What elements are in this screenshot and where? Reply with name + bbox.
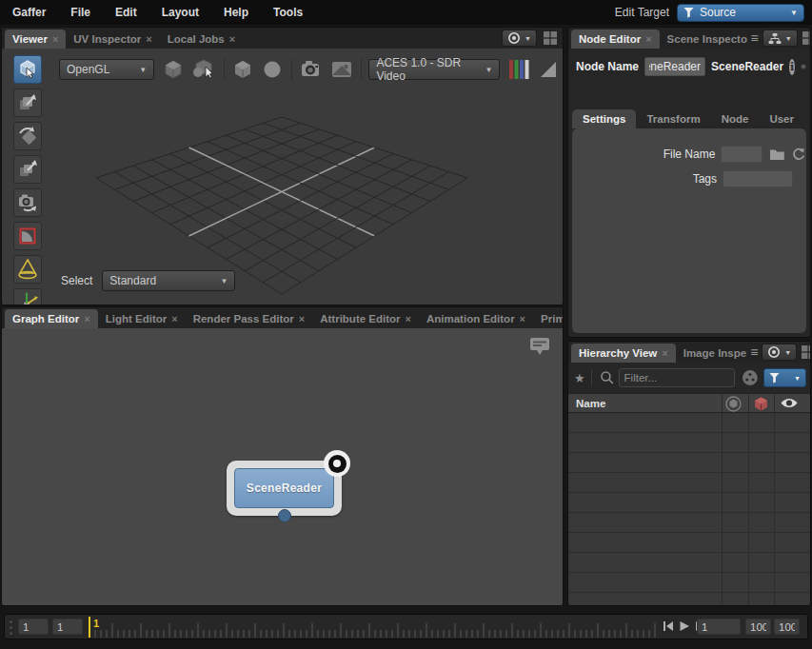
colorspace-dropdown[interactable]: ACES 1.0 - SDR Video ▼ xyxy=(368,59,500,80)
current-frame-input[interactable] xyxy=(52,619,83,635)
menu-help[interactable]: Help xyxy=(211,6,261,19)
timeline-grip-handle[interactable] xyxy=(10,620,12,635)
tab-local-jobs[interactable]: Local Jobs × xyxy=(160,30,244,49)
filter-options-icon[interactable] xyxy=(742,369,759,386)
menu-layout[interactable]: Layout xyxy=(149,6,211,19)
timeline-ruler[interactable] xyxy=(87,616,658,639)
channel-select-button[interactable] xyxy=(507,57,529,82)
scale-tool-button[interactable] xyxy=(13,155,42,184)
layout-grid-icon[interactable] xyxy=(543,30,558,46)
close-icon[interactable]: × xyxy=(662,347,667,359)
eye-visibility-column-icon[interactable] xyxy=(780,396,799,410)
select-tool-button[interactable] xyxy=(13,55,42,84)
node-graph-icon xyxy=(768,32,782,45)
close-icon[interactable]: × xyxy=(645,33,651,45)
menu-gaffer[interactable]: Gaffer xyxy=(0,6,58,19)
menu-tools[interactable]: Tools xyxy=(261,6,315,19)
light-position-tool-button[interactable] xyxy=(13,288,42,305)
graph-canvas[interactable]: SceneReader xyxy=(2,328,563,605)
draw-shading-button[interactable] xyxy=(262,57,284,82)
tags-input[interactable] xyxy=(723,170,793,187)
tab-primitive-inspector[interactable]: Prim xyxy=(533,309,563,328)
play-icon[interactable] xyxy=(679,620,690,632)
camera-tool-button[interactable] xyxy=(13,188,42,217)
annotation-bubble-icon[interactable] xyxy=(528,336,551,357)
end-frame-input[interactable] xyxy=(745,619,771,635)
file-name-input[interactable] xyxy=(721,146,762,163)
tab-node-editor[interactable]: Node Editor × xyxy=(571,30,660,49)
menu-edit[interactable]: Edit xyxy=(103,6,149,19)
tab-uv-inspector[interactable]: UV Inspector × xyxy=(66,30,159,49)
scene-view-settings-button[interactable] xyxy=(330,57,353,82)
node-output-port[interactable] xyxy=(278,509,291,522)
rotate-tool-button[interactable] xyxy=(13,122,42,150)
playhead[interactable] xyxy=(89,617,90,638)
close-icon[interactable]: × xyxy=(406,313,411,324)
viewer-focus-button[interactable]: ▼ xyxy=(502,30,537,47)
tab-graph-editor[interactable]: Graph Editor × xyxy=(5,309,98,328)
close-icon[interactable]: × xyxy=(146,33,151,45)
crop-window-tool-button[interactable] xyxy=(13,222,42,250)
tab-label: Render Pass Editor xyxy=(193,313,294,324)
info-icon[interactable]: i xyxy=(789,59,795,75)
close-icon[interactable]: × xyxy=(171,313,177,324)
tab-transform[interactable]: Transform xyxy=(636,109,710,128)
tab-scene-inspector[interactable]: Scene Inspecto xyxy=(660,30,747,49)
frame-field-input[interactable] xyxy=(697,619,741,635)
hamburger-icon[interactable]: ≡ xyxy=(750,344,758,360)
hierarchy-content: ★ ▼ Name xyxy=(568,363,810,605)
exposure-gamma-button[interactable] xyxy=(537,57,559,82)
close-icon[interactable]: × xyxy=(52,33,58,45)
separator xyxy=(591,369,592,386)
viewport[interactable]: OpenGL ▼ xyxy=(2,49,563,305)
camera-settings-button[interactable] xyxy=(300,57,323,82)
close-icon[interactable]: × xyxy=(229,33,235,45)
filter-input[interactable] xyxy=(619,368,735,387)
light-tool-button[interactable] xyxy=(13,255,42,284)
close-icon[interactable]: × xyxy=(299,313,305,324)
refresh-icon[interactable] xyxy=(791,147,806,162)
tab-user[interactable]: User xyxy=(759,109,804,128)
layout-grid-icon[interactable] xyxy=(802,30,810,46)
tab-settings[interactable]: Settings xyxy=(572,109,636,128)
select-mode-dropdown[interactable]: Standard ▼ xyxy=(102,270,235,291)
tab-image-inspector[interactable]: Image Inspe xyxy=(676,344,746,363)
scene-reader-node[interactable]: SceneReader xyxy=(227,461,342,516)
tab-hierarchy-view[interactable]: Hierarchy View × xyxy=(571,344,676,363)
range-end-input[interactable] xyxy=(774,619,800,635)
translate-tool-button[interactable] xyxy=(13,88,42,117)
close-icon[interactable]: × xyxy=(84,313,89,324)
settings-parameters: File Name Tags xyxy=(572,128,806,333)
timeline: 1 xyxy=(0,609,812,649)
tab-animation-editor[interactable]: Animation Editor × xyxy=(419,309,533,328)
render-visibility-column-icon[interactable] xyxy=(753,396,769,412)
close-icon[interactable]: × xyxy=(520,313,525,324)
tab-render-pass-editor[interactable]: Render Pass Editor × xyxy=(186,309,313,328)
tab-node[interactable]: Node xyxy=(711,109,760,128)
graph-editor-panel: Graph Editor × Light Editor × Render Pas… xyxy=(1,306,564,606)
edit-target-dropdown[interactable]: Source ▼ xyxy=(677,4,804,22)
range-start-input[interactable] xyxy=(18,619,49,635)
star-icon[interactable]: ★ xyxy=(574,371,591,385)
node-body[interactable]: SceneReader xyxy=(234,468,334,508)
tab-attribute-editor[interactable]: Attribute Editor × xyxy=(312,309,419,328)
edit-scope-dropdown[interactable]: ▼ xyxy=(763,368,806,387)
tab-light-editor[interactable]: Light Editor × xyxy=(98,309,186,328)
node-editor-pin-button[interactable]: ▼ xyxy=(762,30,798,47)
node-name-input[interactable] xyxy=(644,57,705,76)
shading-mode-button[interactable] xyxy=(162,57,184,82)
layout-grid-icon[interactable] xyxy=(801,344,810,360)
menu-file[interactable]: File xyxy=(58,6,103,19)
hierarchy-focus-button[interactable]: ▼ xyxy=(762,344,797,361)
skip-to-start-icon[interactable] xyxy=(663,620,674,632)
folder-browse-icon[interactable] xyxy=(769,148,785,161)
selection-mask-button[interactable] xyxy=(191,57,216,82)
renderer-dropdown[interactable]: OpenGL ▼ xyxy=(59,59,154,80)
draw-geometry-button[interactable] xyxy=(232,57,254,82)
tab-viewer[interactable]: Viewer × xyxy=(5,30,66,49)
node-dot-handle[interactable] xyxy=(324,450,350,477)
set-membership-column-icon[interactable] xyxy=(725,396,742,412)
gear-icon[interactable] xyxy=(801,58,806,75)
hamburger-icon[interactable]: ≡ xyxy=(751,30,759,46)
rotate-icon xyxy=(16,125,39,148)
